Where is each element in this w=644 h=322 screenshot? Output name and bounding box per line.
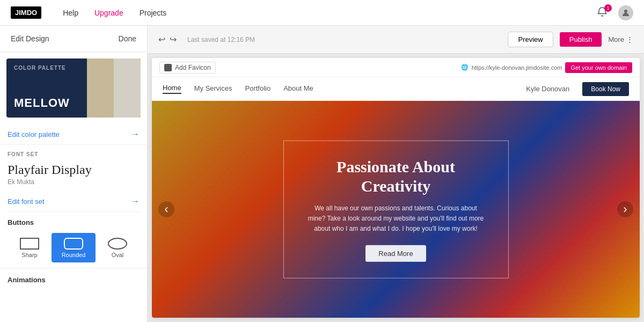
animations-section: Animations <box>0 268 147 291</box>
rounded-label: Rounded <box>62 252 86 258</box>
nav-home[interactable]: Home <box>163 84 181 94</box>
buttons-label: Buttons <box>8 218 140 226</box>
secondary-font-name: Ek Mukta <box>8 178 140 186</box>
top-navigation: JIMDO Help Upgrade Projects 1 <box>0 0 644 26</box>
website-nav: Home My Services Portfolio About Me Kyle… <box>152 77 640 101</box>
color-palette-section: COLOR PALETTE MELLOW <box>6 58 141 118</box>
nav-about-me[interactable]: About Me <box>283 84 313 93</box>
svg-point-0 <box>624 10 627 13</box>
get-domain-button[interactable]: Get your own domain <box>565 62 632 73</box>
publish-button[interactable]: Publish <box>560 32 602 47</box>
oval-button-option[interactable]: Oval <box>96 233 140 262</box>
saved-status: Last saved at 12:16 PM <box>187 36 501 43</box>
toolbar-icons: ↩ ↪ <box>158 34 177 45</box>
edit-color-palette-link[interactable]: Edit color palette → <box>0 124 147 145</box>
sharp-shape-icon <box>20 238 39 250</box>
hero-next-arrow[interactable]: › <box>617 201 633 217</box>
domain-url: https://kyle-donovan.jimdosite.com <box>472 64 562 71</box>
oval-label: Oval <box>112 252 124 258</box>
sharp-button-option[interactable]: Sharp <box>8 233 52 262</box>
read-more-button[interactable]: Read More <box>365 245 426 261</box>
upgrade-link[interactable]: Upgrade <box>94 9 123 17</box>
jimdo-logo: JIMDO <box>11 6 41 19</box>
hero-content-box: Passionate About Creativity We all have … <box>283 141 509 279</box>
notification-badge: 1 <box>604 4 612 12</box>
nav-portfolio[interactable]: Portfolio <box>245 84 270 93</box>
rounded-button-option[interactable]: Rounded <box>52 233 96 262</box>
nav-links: Help Upgrade Projects <box>63 9 166 17</box>
arrow-right-icon: → <box>131 129 140 139</box>
rounded-shape-icon <box>64 238 83 250</box>
left-panel: Edit Design Done COLOR PALETTE MELLOW Ed… <box>0 26 148 322</box>
font-set-section: FONT SET Playfair Display Ek Mukta <box>0 145 147 186</box>
book-now-button[interactable]: Book Now <box>582 82 629 96</box>
main-layout: Edit Design Done COLOR PALETTE MELLOW Ed… <box>0 26 644 322</box>
oval-shape-icon <box>108 238 127 250</box>
edit-design-label: Edit Design <box>11 34 49 43</box>
notification-icon[interactable]: 1 <box>597 6 610 19</box>
globe-icon: 🌐 <box>461 64 469 71</box>
nav-my-services[interactable]: My Services <box>194 84 232 93</box>
button-options: Sharp Rounded Oval <box>8 233 140 262</box>
user-avatar[interactable] <box>618 5 633 20</box>
animations-label: Animations <box>8 276 46 284</box>
hero-title: Passionate About Creativity <box>305 157 487 196</box>
preview-button[interactable]: Preview <box>508 32 553 47</box>
font-set-label: FONT SET <box>8 151 140 157</box>
palette-section-label: COLOR PALETTE <box>14 65 66 71</box>
font-arrow-icon: → <box>131 196 140 206</box>
website-frame: Add Favicon 🌐 https://kyle-donovan.jimdo… <box>152 58 640 318</box>
hero-section: Passionate About Creativity We all have … <box>152 101 640 318</box>
sharp-label: Sharp <box>21 252 37 258</box>
projects-link[interactable]: Projects <box>140 9 167 17</box>
help-link[interactable]: Help <box>63 9 78 17</box>
panel-header: Edit Design Done <box>0 26 147 52</box>
swatch-1 <box>87 58 114 118</box>
edit-font-link[interactable]: Edit font set → <box>8 191 140 212</box>
more-button[interactable]: More ⋮ <box>608 35 633 43</box>
more-dots-icon: ⋮ <box>626 35 633 43</box>
add-favicon-button[interactable]: Add Favicon <box>159 62 216 74</box>
buttons-section: Buttons Sharp Rounded Oval <box>0 212 147 262</box>
redo-icon[interactable]: ↪ <box>170 34 177 45</box>
hero-subtitle: We all have our own passions and talents… <box>305 203 487 235</box>
right-preview: ↩ ↪ Last saved at 12:16 PM Preview Publi… <box>148 26 644 322</box>
nav-right: 1 <box>597 5 633 20</box>
nav-left: JIMDO Help Upgrade Projects <box>11 6 166 19</box>
palette-name: MELLOW <box>14 96 70 110</box>
favicon-icon <box>164 64 172 71</box>
domain-area: 🌐 https://kyle-donovan.jimdosite.com Get… <box>461 62 632 73</box>
nav-person-name: Kyle Donovan <box>526 85 569 93</box>
website-topbar: Add Favicon 🌐 https://kyle-donovan.jimdo… <box>152 58 640 77</box>
swatch-2 <box>114 58 141 118</box>
undo-icon[interactable]: ↩ <box>158 34 165 45</box>
preview-toolbar: ↩ ↪ Last saved at 12:16 PM Preview Publi… <box>148 26 644 54</box>
favicon-label: Add Favicon <box>175 64 211 71</box>
hero-prev-arrow[interactable]: ‹ <box>158 201 174 217</box>
primary-font-name: Playfair Display <box>8 163 140 177</box>
done-button[interactable]: Done <box>119 34 136 43</box>
palette-swatches <box>87 58 141 118</box>
